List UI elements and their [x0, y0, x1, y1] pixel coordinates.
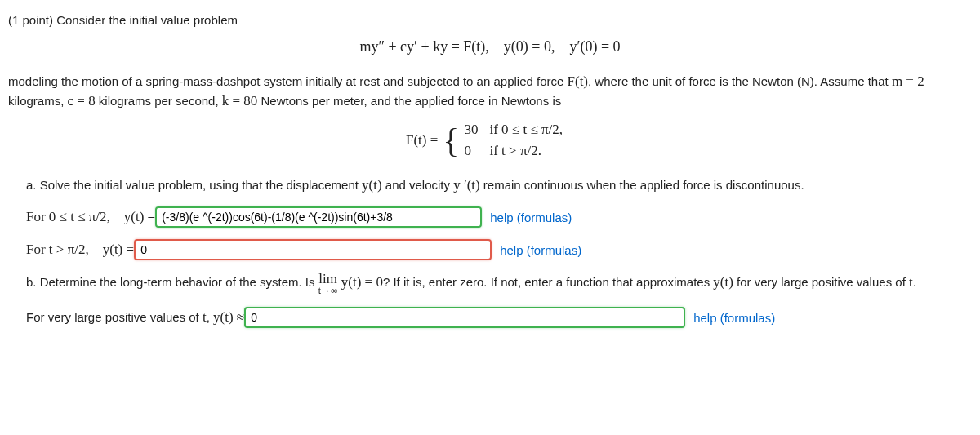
- help-link-2[interactable]: help (formulas): [500, 242, 581, 259]
- answer-row-3: For very large positive values of t, y(t…: [26, 307, 972, 328]
- row1-prefix: For 0 ≤ t ≤ π/2, y(t) =: [26, 207, 155, 227]
- left-brace-icon: {: [443, 123, 459, 158]
- row3-prefix: For very large positive values of t, y(t…: [26, 308, 244, 327]
- part-b-text: b. Determine the long-term behavior of t…: [26, 272, 972, 295]
- piecewise-definition: F(t) = { 30 if 0 ≤ t ≤ π/2, 0 if t > π/2…: [8, 119, 972, 162]
- limit-expression: limt→∞: [318, 272, 338, 295]
- help-link-1[interactable]: help (formulas): [490, 209, 572, 226]
- answer-input-2[interactable]: [134, 239, 492, 260]
- points-text: (1 point) Consider the initial value pro…: [8, 13, 238, 27]
- main-equation: my″ + cy′ + ky = F(t), y(0) = 0, y′(0) =…: [8, 37, 972, 57]
- answer-row-1: For 0 ≤ t ≤ π/2, y(t) = help (formulas): [26, 206, 972, 228]
- help-link-3[interactable]: help (formulas): [693, 309, 775, 326]
- part-a-text: a. Solve the initial value problem, usin…: [26, 175, 972, 195]
- problem-header: (1 point) Consider the initial value pro…: [8, 11, 972, 29]
- answer-input-1[interactable]: [155, 206, 482, 228]
- problem-description: modeling the motion of a spring-mass-das…: [8, 72, 972, 111]
- answer-input-3[interactable]: [244, 307, 685, 328]
- answer-row-2: For t > π/2, y(t) = help (formulas): [26, 239, 972, 260]
- row2-prefix: For t > π/2, y(t) =: [26, 240, 134, 260]
